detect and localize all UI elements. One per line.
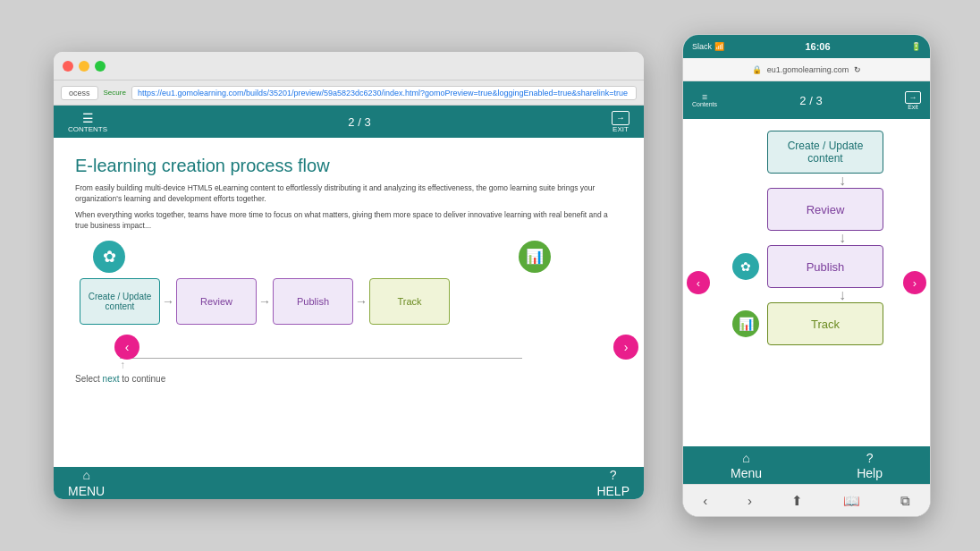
flow-diagram: ✿ 📊 Create / Updatecontent → Review → Pu… bbox=[75, 241, 622, 384]
mobile-course-navbar: ☰ Contents 2 / 3 → Exit bbox=[683, 81, 930, 119]
course-title: E-learning creation process flow bbox=[75, 156, 622, 176]
page-indicator: 2 / 3 bbox=[348, 115, 370, 129]
browser-share-icon[interactable]: ⬆ bbox=[791, 493, 803, 509]
mobile-flow-diagram: Create / Updatecontent ↓ Review ↓ ✿ Publ… bbox=[683, 119, 930, 350]
flow-box-publish: Publish bbox=[273, 278, 353, 325]
mobile-exit-button[interactable]: → Exit bbox=[905, 91, 921, 110]
feedback-line bbox=[120, 358, 522, 359]
close-button[interactable] bbox=[63, 61, 73, 72]
mobile-flow-row-4: 📊 Track bbox=[701, 302, 912, 345]
select-next-text: Select next to continue bbox=[75, 374, 165, 384]
mobile-green-icon: 📊 bbox=[730, 310, 762, 337]
desktop-browser-window: ocess Secure https://eu1.gomolearning.co… bbox=[54, 52, 644, 499]
mobile-exit-icon: → bbox=[905, 91, 921, 104]
secure-badge: Secure bbox=[104, 89, 126, 97]
mobile-browser-bar: ‹ › ⬆ 📖 ⧉ bbox=[683, 484, 930, 516]
mobile-url: eu1.gomolearning.com bbox=[767, 65, 849, 74]
statusbar-right: 🔋 bbox=[911, 42, 921, 51]
mobile-flow-row-2: Review bbox=[701, 188, 912, 231]
battery-icon: 🔋 bbox=[911, 42, 921, 51]
mobile-contents-nav[interactable]: ☰ Contents bbox=[692, 94, 717, 107]
mobile-flow-box-create: Create / Updatecontent bbox=[767, 131, 883, 174]
browser-forward-icon[interactable]: › bbox=[748, 493, 752, 508]
menu-icon: ⌂ bbox=[82, 468, 89, 482]
browser-tab[interactable]: ocess bbox=[61, 86, 98, 100]
mobile-arrow-3: ↓ bbox=[701, 288, 912, 302]
mobile-contents-label: Contents bbox=[692, 101, 717, 107]
mobile-page-indicator: 2 / 3 bbox=[799, 94, 822, 107]
mobile-arrow-2: ↓ bbox=[701, 231, 912, 245]
teal-circle-icon: ✿ bbox=[93, 241, 125, 273]
course-navbar: ☰ CONTENTS 2 / 3 → EXIT bbox=[54, 106, 644, 138]
maximize-button[interactable] bbox=[95, 61, 106, 72]
flow-box-review: Review bbox=[176, 278, 257, 325]
flow-box-create: Create / Updatecontent bbox=[80, 278, 160, 325]
mobile-hamburger-icon: ☰ bbox=[702, 94, 707, 101]
next-page-button[interactable]: › bbox=[613, 335, 638, 360]
arrow-1: → bbox=[162, 294, 174, 309]
next-link[interactable]: next bbox=[103, 374, 120, 384]
mobile-help-item[interactable]: ? Help bbox=[857, 451, 883, 480]
wifi-icon: 📶 bbox=[714, 42, 724, 51]
mobile-flow-box-publish: Publish bbox=[767, 245, 883, 288]
mobile-teal-icon: ✿ bbox=[730, 253, 762, 280]
reload-icon[interactable]: ↻ bbox=[854, 65, 861, 74]
mobile-flow-box-review: Review bbox=[767, 188, 883, 231]
arrow-3: → bbox=[355, 294, 368, 309]
arrow-2: → bbox=[258, 294, 271, 309]
help-icon: ? bbox=[610, 468, 617, 482]
exit-button[interactable]: → EXIT bbox=[612, 111, 629, 133]
course-desc-1: From easily building multi-device HTML5 … bbox=[75, 183, 622, 205]
slack-label: Slack bbox=[692, 42, 712, 51]
mobile-flow-row-1: Create / Updatecontent bbox=[701, 131, 912, 174]
mobile-help-icon: ? bbox=[866, 451, 874, 465]
help-nav-item[interactable]: ? HELP bbox=[596, 468, 629, 498]
mobile-statusbar: Slack 📶 16:06 🔋 bbox=[683, 35, 930, 58]
mobile-addressbar: 🔒 eu1.gomolearning.com ↻ bbox=[683, 58, 930, 81]
mobile-bottom-nav: ⌂ Menu ? Help bbox=[683, 446, 930, 484]
traffic-lights bbox=[63, 61, 106, 72]
statusbar-left: Slack 📶 bbox=[692, 42, 724, 51]
contents-nav[interactable]: ☰ CONTENTS bbox=[68, 111, 107, 133]
menu-nav-item[interactable]: ⌂ MENU bbox=[68, 468, 105, 498]
mobile-menu-item[interactable]: ⌂ Menu bbox=[731, 451, 762, 480]
statusbar-time: 16:06 bbox=[805, 41, 830, 52]
browser-bookmarks-icon[interactable]: 📖 bbox=[843, 493, 860, 509]
url-bar[interactable]: https://eu1.gomolearning.com/builds/3520… bbox=[131, 86, 637, 100]
course-desc-2: When everything works together, teams ha… bbox=[75, 210, 622, 232]
browser-addressbar: ocess Secure https://eu1.gomolearning.co… bbox=[54, 81, 644, 106]
exit-icon: → bbox=[612, 111, 629, 125]
mobile-arrow-1: ↓ bbox=[701, 174, 912, 188]
mobile-browser-window: Slack 📶 16:06 🔋 🔒 eu1.gomolearning.com ↻… bbox=[682, 34, 931, 517]
mobile-flow-row-3: ✿ Publish bbox=[701, 245, 912, 288]
mobile-flow-box-track: Track bbox=[767, 302, 883, 345]
green-chart-icon: 📊 bbox=[519, 241, 551, 273]
browser-titlebar bbox=[54, 52, 644, 81]
flow-boxes-row: Create / Updatecontent → Review → Publis… bbox=[80, 278, 618, 325]
lock-icon: 🔒 bbox=[752, 65, 762, 74]
prev-page-button[interactable]: ‹ bbox=[114, 335, 139, 360]
feedback-arrow-up: ↑ bbox=[120, 359, 125, 371]
browser-tabs-icon[interactable]: ⧉ bbox=[900, 493, 910, 509]
flow-box-track: Track bbox=[369, 278, 450, 325]
minimize-button[interactable] bbox=[79, 61, 89, 72]
browser-back-icon[interactable]: ‹ bbox=[703, 493, 707, 508]
mobile-menu-icon: ⌂ bbox=[742, 451, 749, 465]
course-content: E-learning creation process flow From ea… bbox=[54, 138, 644, 467]
mobile-content: ‹ › Create / Updatecontent ↓ Review ↓ ✿ bbox=[683, 119, 930, 446]
hamburger-icon: ☰ bbox=[82, 111, 94, 125]
contents-label: CONTENTS bbox=[68, 125, 107, 133]
course-bottom-nav: ⌂ MENU ? HELP bbox=[54, 467, 644, 499]
